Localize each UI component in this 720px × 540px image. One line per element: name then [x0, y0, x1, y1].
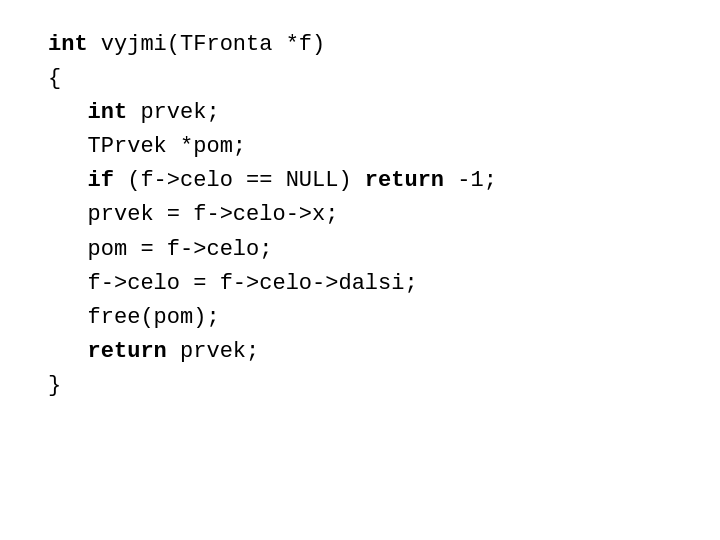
keyword: return: [88, 339, 167, 364]
code-line: pom = f->celo;: [48, 233, 672, 267]
code-text: prvek = f->celo->x;: [48, 202, 338, 227]
code-text: {: [48, 66, 61, 91]
code-text: pom = f->celo;: [48, 237, 272, 262]
code-block: int vyjmi(TFronta *f){ int prvek; TPrvek…: [48, 28, 672, 403]
keyword: int: [88, 100, 128, 125]
code-line: if (f->celo == NULL) return -1;: [48, 164, 672, 198]
code-line: }: [48, 369, 672, 403]
code-text: (f->celo == NULL): [114, 168, 365, 193]
code-line: return prvek;: [48, 335, 672, 369]
code-line: TPrvek *pom;: [48, 130, 672, 164]
code-line: prvek = f->celo->x;: [48, 198, 672, 232]
code-text: }: [48, 373, 61, 398]
code-line: f->celo = f->celo->dalsi;: [48, 267, 672, 301]
keyword: return: [365, 168, 444, 193]
code-text: [48, 100, 88, 125]
code-text: prvek;: [127, 100, 219, 125]
code-text: vyjmi(TFronta *f): [88, 32, 326, 57]
code-text: free(pom);: [48, 305, 220, 330]
code-text: f->celo = f->celo->dalsi;: [48, 271, 418, 296]
keyword: int: [48, 32, 88, 57]
keyword: if: [88, 168, 114, 193]
code-text: [48, 339, 88, 364]
code-text: [48, 168, 88, 193]
code-line: {: [48, 62, 672, 96]
code-line: int vyjmi(TFronta *f): [48, 28, 672, 62]
code-text: -1;: [444, 168, 497, 193]
code-line: free(pom);: [48, 301, 672, 335]
code-text: prvek;: [167, 339, 259, 364]
code-line: int prvek;: [48, 96, 672, 130]
code-text: TPrvek *pom;: [48, 134, 246, 159]
